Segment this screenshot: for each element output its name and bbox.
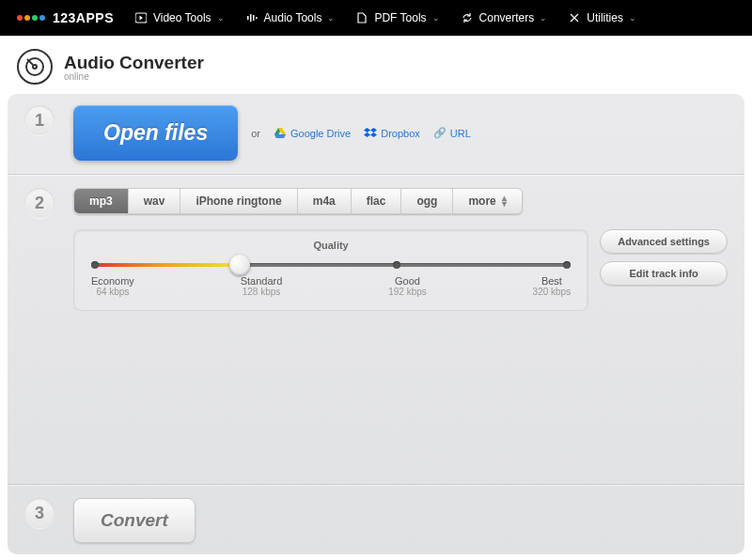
quality-label-standard: Standard 128 kbps <box>241 275 283 297</box>
link-icon: 🔗 <box>433 127 446 140</box>
quality-label-best: Best 320 kbps <box>533 275 572 297</box>
disc-icon <box>17 49 53 85</box>
chevron-down-icon: ⌄ <box>217 13 225 23</box>
play-icon <box>134 11 148 24</box>
source-dropbox[interactable]: Dropbox <box>364 127 420 140</box>
step-number: 2 <box>24 188 55 218</box>
svg-rect-4 <box>256 17 258 19</box>
logo-dots-icon <box>17 15 45 21</box>
quality-label-economy: Economy 64 kbps <box>91 275 134 297</box>
divider <box>8 174 744 175</box>
svg-rect-1 <box>247 16 249 20</box>
chevron-down-icon: ⌄ <box>629 13 636 23</box>
edit-track-info-button[interactable]: Edit track info <box>600 261 728 286</box>
format-tab-iphone[interactable]: iPhone ringtone <box>180 189 297 213</box>
nav-utilities[interactable]: Utilities⌄ <box>568 11 636 24</box>
step-3: 3 Convert <box>8 487 744 554</box>
quality-label-good: Good 192 kbps <box>388 275 427 297</box>
page-header: Audio Converter online <box>0 36 752 94</box>
svg-point-7 <box>34 66 36 68</box>
format-tabs: mp3 wav iPhone ringtone m4a flac ogg mor… <box>73 188 523 214</box>
tools-icon <box>568 11 581 24</box>
svg-rect-3 <box>253 15 255 21</box>
step-1: 1 Open files or Google Drive Dropbox 🔗 U… <box>8 94 744 172</box>
format-tab-more[interactable]: more ▴▾ <box>453 189 521 213</box>
refresh-icon <box>461 11 474 24</box>
google-drive-icon <box>274 127 287 140</box>
step-2: 2 mp3 wav iPhone ringtone m4a flac ogg m… <box>8 177 744 322</box>
source-url[interactable]: 🔗 URL <box>433 127 471 140</box>
source-google-drive[interactable]: Google Drive <box>274 127 351 140</box>
nav-video-tools[interactable]: Video Tools⌄ <box>134 11 225 24</box>
brand-logo[interactable]: 123APPS <box>17 10 114 25</box>
format-tab-wav[interactable]: wav <box>129 189 181 213</box>
quality-box: Quality Economy 64 kbps <box>73 229 588 311</box>
format-tab-flac[interactable]: flac <box>352 189 402 213</box>
nav-pdf-tools[interactable]: PDF Tools⌄ <box>355 11 439 24</box>
format-tab-mp3[interactable]: mp3 <box>74 189 129 213</box>
chevron-down-icon: ⌄ <box>432 13 440 23</box>
quality-slider[interactable] <box>91 260 571 270</box>
nav-audio-tools[interactable]: Audio Tools⌄ <box>245 11 336 24</box>
format-tab-ogg[interactable]: ogg <box>401 189 453 213</box>
document-icon <box>355 11 368 24</box>
svg-rect-2 <box>250 14 252 22</box>
nav-converters[interactable]: Converters⌄ <box>461 11 548 24</box>
updown-icon: ▴▾ <box>502 195 507 207</box>
slider-handle[interactable] <box>229 255 250 275</box>
main-panel: 1 Open files or Google Drive Dropbox 🔗 U… <box>8 94 744 554</box>
brand-text: 123APPS <box>53 10 114 25</box>
page-title: Audio Converter <box>64 53 204 73</box>
open-files-button[interactable]: Open files <box>73 105 238 161</box>
advanced-settings-button[interactable]: Advanced settings <box>600 229 728 254</box>
dropbox-icon <box>364 127 377 140</box>
quality-title: Quality <box>91 240 571 251</box>
chevron-down-icon: ⌄ <box>540 13 547 23</box>
chevron-down-icon: ⌄ <box>327 13 335 23</box>
step-number: 1 <box>24 105 55 135</box>
step-number: 3 <box>24 498 55 528</box>
or-text: or <box>251 128 260 139</box>
convert-button[interactable]: Convert <box>73 498 196 543</box>
format-tab-m4a[interactable]: m4a <box>298 189 352 213</box>
divider <box>8 484 744 485</box>
audio-bars-icon <box>245 11 258 24</box>
top-nav: 123APPS Video Tools⌄ Audio Tools⌄ PDF To… <box>0 0 752 36</box>
